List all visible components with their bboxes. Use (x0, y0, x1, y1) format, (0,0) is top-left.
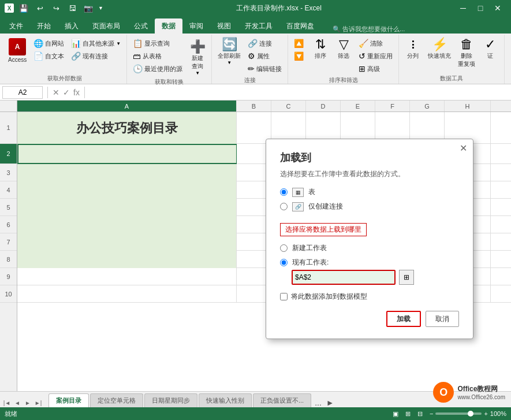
cell-reference[interactable] (2, 86, 43, 99)
tab-view[interactable]: 视图 (210, 18, 238, 34)
zoom-in-btn[interactable]: + (484, 410, 487, 417)
row-num-10[interactable]: 10 (0, 285, 17, 303)
select-all-corner[interactable] (0, 101, 17, 111)
col-header-H[interactable]: H (445, 101, 491, 111)
col-header-G[interactable]: G (410, 101, 445, 111)
tab-layout[interactable]: 页面布局 (85, 18, 127, 34)
row-num-9[interactable]: 9 (0, 268, 17, 285)
row-num-3[interactable]: 3 (0, 164, 17, 181)
scroll-right-btn[interactable]: ► (326, 398, 334, 407)
row-num-2[interactable]: 2 (0, 144, 17, 164)
cell-A2[interactable] (17, 144, 237, 164)
cancel-button[interactable]: 取消 (426, 311, 459, 327)
search-help[interactable]: 🔍 告诉我您想要做什么... (333, 25, 405, 34)
save-btn[interactable]: 💾 (17, 2, 30, 14)
refresh-all-btn[interactable]: 🔄 全部刷新 ▼ (215, 37, 243, 66)
cell-A6[interactable] (17, 216, 237, 233)
new-query-btn[interactable]: ➕ 新建查询 ▼ (187, 39, 208, 77)
row-num-4[interactable]: 4 (0, 181, 17, 199)
cell-A7[interactable] (17, 233, 237, 251)
misc-btn1[interactable]: 🖫 (66, 2, 79, 14)
zoom-slider[interactable] (435, 412, 482, 415)
tab-home[interactable]: 开始 (30, 18, 58, 34)
row-num-5[interactable]: 5 (0, 199, 17, 216)
undo-btn[interactable]: ↩ (33, 2, 46, 14)
cell-picker-btn[interactable]: ⊞ (399, 270, 414, 285)
tab-file[interactable]: 文件 (2, 18, 30, 34)
cell-A4[interactable] (17, 181, 237, 199)
cell-A9[interactable] (17, 268, 237, 285)
view-layout-icon[interactable]: ⊞ (405, 410, 411, 418)
sheet-tab-date[interactable]: 日期星期同步 (144, 393, 197, 407)
cell-A8[interactable] (17, 251, 237, 268)
radio-new-sheet[interactable] (280, 244, 288, 252)
filter-btn[interactable]: ▽ 筛选 (333, 37, 354, 61)
zoom-out-btn[interactable]: − (430, 410, 433, 417)
tab-review[interactable]: 审阅 (182, 18, 210, 34)
col-header-A[interactable]: A (17, 101, 237, 111)
sort-btn[interactable]: ⇅ 排序 (310, 37, 331, 61)
other-sources-btn[interactable]: 📊 自其他来源 ▼ (69, 37, 123, 50)
sheet-tab-locate[interactable]: 定位空单元格 (90, 393, 143, 407)
col-header-F[interactable]: F (375, 101, 410, 111)
formula-input[interactable] (89, 88, 509, 96)
text-btn[interactable]: 📄 自文本 (31, 50, 66, 62)
view-normal-icon[interactable]: ▣ (393, 410, 398, 418)
tab-dev[interactable]: 开发工具 (238, 18, 279, 34)
radio-table[interactable] (280, 188, 288, 196)
sheet-nav-next[interactable]: ► (23, 398, 32, 407)
misc-btn2[interactable]: 📷 (82, 2, 95, 14)
minimize-btn[interactable]: ─ (454, 0, 472, 16)
text-to-col-btn[interactable]: ⫶ 分列 (402, 37, 423, 61)
radio-connection[interactable] (280, 203, 288, 210)
existing-connections-btn[interactable]: 🔗 现有连接 (69, 50, 123, 62)
tab-insert[interactable]: 插入 (58, 18, 85, 34)
modal-close-btn[interactable]: ✕ (460, 143, 467, 154)
restore-btn[interactable]: □ (472, 0, 489, 16)
cell-A5[interactable] (17, 199, 237, 216)
col-header-E[interactable]: E (341, 101, 375, 111)
col-header-D[interactable]: D (306, 101, 341, 111)
cancel-formula-icon[interactable]: ✕ (53, 88, 59, 97)
show-queries-btn[interactable]: 📋 显示查询 (130, 37, 185, 50)
insert-function-icon[interactable]: fx (73, 88, 80, 97)
col-header-B[interactable]: B (237, 101, 271, 111)
sort-asc-btn[interactable]: 🔼 (292, 37, 308, 50)
advanced-btn[interactable]: ⊞ 高级 (356, 62, 395, 75)
sort-desc-btn[interactable]: 🔽 (292, 50, 308, 62)
remove-dup-btn[interactable]: 🗑 删除重复项 (456, 37, 478, 69)
load-button[interactable]: 加载 (386, 311, 421, 327)
quick-toolbar-dropdown[interactable]: ▼ (98, 5, 103, 11)
connections-btn[interactable]: 🔗 连接 (245, 37, 284, 50)
sheet-tab-catalog[interactable]: 案例目录 (49, 393, 89, 407)
row-num-7[interactable]: 7 (0, 233, 17, 251)
sheet-nav-first[interactable]: |◄ (2, 398, 12, 407)
redo-btn[interactable]: ↪ (50, 2, 62, 14)
cell-ref-input[interactable] (292, 270, 396, 285)
title-cell[interactable]: 办公技巧案例目录 (17, 112, 237, 144)
edit-links-btn[interactable]: ✏ 编辑链接 (245, 62, 284, 75)
col-header-C[interactable]: C (271, 101, 306, 111)
confirm-formula-icon[interactable]: ✓ (63, 88, 70, 97)
sheet-tab-values[interactable]: 正负值设置不... (253, 393, 311, 407)
row-num-6[interactable]: 6 (0, 216, 17, 233)
web-btn[interactable]: 🌐 自网站 (31, 37, 66, 50)
tab-data[interactable]: 数据 (155, 18, 182, 34)
access-button[interactable]: A Access (6, 37, 29, 64)
more-tabs-btn[interactable]: ... (315, 398, 322, 407)
view-page-icon[interactable]: ⊟ (417, 410, 423, 418)
tab-baidu[interactable]: 百度网盘 (279, 18, 321, 34)
flash-fill-btn[interactable]: ⚡ 快速填充 (426, 37, 453, 61)
from-table-btn[interactable]: 🗃 从表格 (130, 50, 185, 62)
sheet-tab-gender[interactable]: 快速输入性别 (199, 393, 252, 407)
validate-btn[interactable]: ✓ 证 (480, 37, 501, 61)
radio-existing-sheet[interactable] (280, 259, 288, 266)
sheet-nav-last[interactable]: ►| (33, 398, 43, 407)
reapply-btn[interactable]: ↺ 重新应用 (356, 50, 395, 62)
cell-A3[interactable] (17, 164, 237, 181)
row-num-1[interactable]: 1 (0, 112, 17, 144)
row-num-8[interactable]: 8 (0, 251, 17, 268)
recent-sources-btn[interactable]: 🕒 最近使用的源 (130, 62, 185, 75)
sheet-nav-prev[interactable]: ◄ (13, 398, 22, 407)
clear-btn[interactable]: 🧹 清除 (356, 37, 395, 50)
